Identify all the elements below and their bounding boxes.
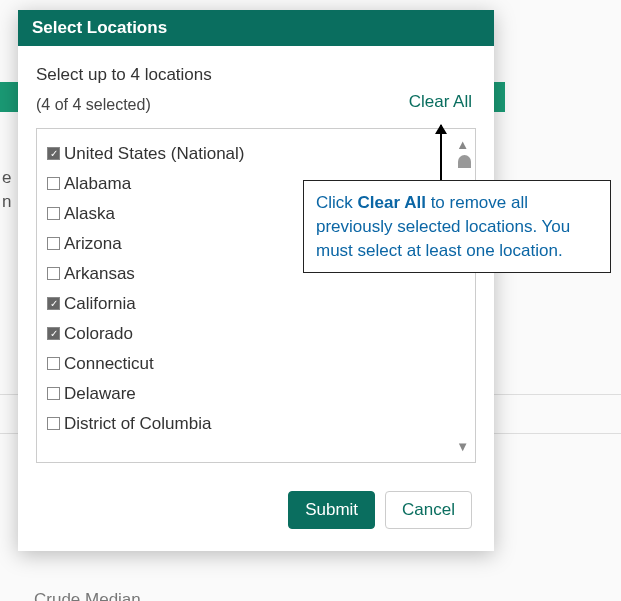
bg-text-bottom: Crude Median [34, 590, 141, 601]
checkbox-icon[interactable] [47, 207, 60, 220]
cancel-button[interactable]: Cancel [385, 491, 472, 529]
checkbox-icon[interactable]: ✓ [47, 147, 60, 160]
checkbox-icon[interactable]: ✓ [47, 297, 60, 310]
bg-text-frag: n [2, 192, 11, 212]
bg-text-frag: e [2, 168, 11, 188]
callout-bold: Clear All [358, 193, 426, 212]
locations-list: ✓United States (National)AlabamaAlaskaAr… [36, 128, 476, 463]
checkbox-icon[interactable] [47, 417, 60, 430]
checkbox-icon[interactable] [47, 387, 60, 400]
location-label: Connecticut [64, 354, 154, 374]
submit-button[interactable]: Submit [288, 491, 375, 529]
scroll-thumb[interactable] [458, 155, 471, 168]
clear-all-link[interactable]: Clear All [405, 90, 476, 114]
location-label: Alabama [64, 174, 131, 194]
location-label: Alaska [64, 204, 115, 224]
location-item[interactable]: ✓California [47, 289, 467, 319]
location-item[interactable]: ✓United States (National) [47, 139, 467, 169]
scroll-down-arrow[interactable]: ▼ [456, 439, 469, 454]
modal-title: Select Locations [18, 10, 494, 46]
selection-count: (4 of 4 selected) [36, 96, 151, 114]
instruction-text: Select up to 4 locations [36, 62, 476, 88]
checkbox-icon[interactable] [47, 357, 60, 370]
location-item[interactable]: Delaware [47, 379, 467, 409]
location-label: California [64, 294, 136, 314]
location-item[interactable]: ✓Colorado [47, 319, 467, 349]
modal-footer: Submit Cancel [18, 473, 494, 551]
callout-arrow [440, 125, 442, 180]
location-item[interactable]: District of Columbia [47, 409, 467, 439]
location-label: United States (National) [64, 144, 244, 164]
checkbox-icon[interactable] [47, 177, 60, 190]
callout-box: Click Clear All to remove all previously… [303, 180, 611, 273]
scroll-up-arrow[interactable]: ▲ [456, 137, 469, 152]
location-label: Delaware [64, 384, 136, 404]
location-label: Arizona [64, 234, 122, 254]
select-locations-modal: Select Locations Select up to 4 location… [18, 10, 494, 551]
checkbox-icon[interactable]: ✓ [47, 327, 60, 340]
location-label: District of Columbia [64, 414, 211, 434]
location-label: Arkansas [64, 264, 135, 284]
checkbox-icon[interactable] [47, 267, 60, 280]
location-item[interactable]: Connecticut [47, 349, 467, 379]
checkbox-icon[interactable] [47, 237, 60, 250]
location-label: Colorado [64, 324, 133, 344]
callout-text-prefix: Click [316, 193, 358, 212]
